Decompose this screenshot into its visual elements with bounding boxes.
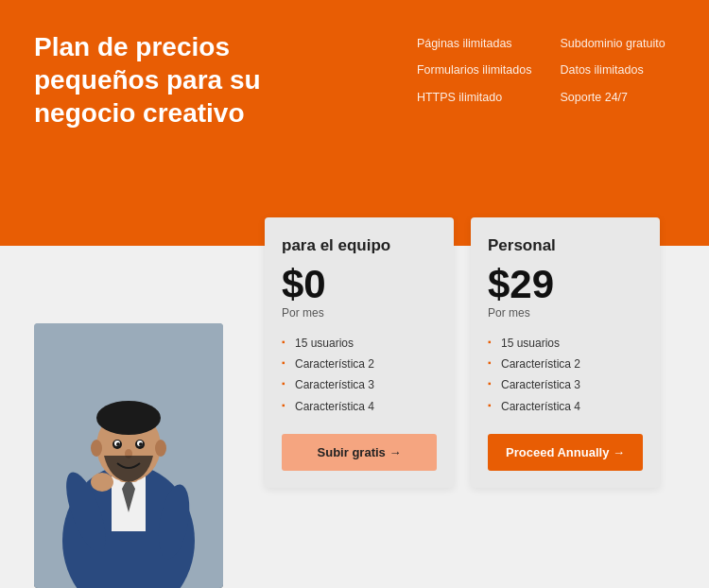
feature-item: Subdominio gratuito	[560, 36, 675, 51]
card-personal-period: Por mes	[488, 306, 643, 320]
header-section: Plan de precios pequeños para su negocio…	[0, 0, 709, 246]
list-item: Característica 2	[282, 354, 437, 374]
card-team-title: para el equipo	[282, 236, 437, 255]
card-team-features: 15 usuarios Característica 2 Característ…	[282, 333, 437, 417]
card-personal-title: Personal	[488, 236, 643, 255]
free-plan-button[interactable]: Subir gratis →	[282, 434, 437, 471]
list-item: Característica 2	[488, 354, 643, 374]
card-team-price: $0	[282, 265, 437, 304]
card-personal-features: 15 usuarios Característica 2 Característ…	[488, 333, 643, 417]
card-team-period: Por mes	[282, 306, 437, 320]
svg-point-7	[91, 440, 102, 457]
list-item: Característica 4	[488, 396, 643, 417]
list-item: Característica 3	[282, 374, 437, 395]
bottom-section: para el equipo $0 Por mes 15 usuarios Ca…	[0, 246, 709, 588]
svg-point-18	[91, 473, 113, 492]
annual-plan-button[interactable]: Proceed Annually →	[488, 434, 643, 471]
list-item: Característica 4	[282, 396, 437, 417]
page-wrapper: Plan de precios pequeños para su negocio…	[0, 0, 709, 588]
feature-item: Datos ilimitados	[560, 62, 675, 78]
pricing-card-team: para el equipo $0 Por mes 15 usuarios Ca…	[265, 217, 454, 488]
list-item: 15 usuarios	[488, 333, 643, 354]
card-personal-price: $29	[488, 265, 643, 304]
feature-item: Páginas ilimitadas	[417, 36, 532, 51]
cards-area: para el equipo $0 Por mes 15 usuarios Ca…	[255, 217, 683, 588]
svg-point-6	[96, 401, 161, 435]
svg-point-14	[139, 442, 143, 446]
svg-point-13	[116, 442, 120, 446]
header-features: Páginas ilimitadasSubdominio gratuitoFor…	[417, 36, 675, 105]
page-title: Plan de precios pequeños para su negocio…	[34, 30, 261, 130]
svg-point-8	[155, 440, 166, 457]
person-image	[34, 323, 223, 588]
person-area	[0, 246, 255, 588]
pricing-card-personal: Personal $29 Por mes 15 usuarios Caracte…	[471, 217, 660, 488]
list-item: 15 usuarios	[282, 333, 437, 354]
feature-item: Formularios ilimitados	[417, 62, 532, 78]
feature-item: HTTPS ilimitado	[417, 90, 532, 105]
feature-item: Soporte 24/7	[560, 90, 675, 105]
list-item: Característica 3	[488, 374, 643, 395]
